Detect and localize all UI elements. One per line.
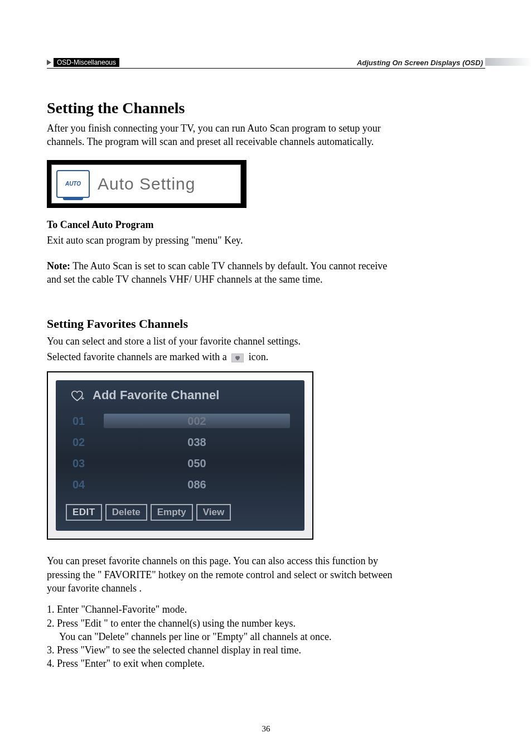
favorite-row-value: 050 <box>187 457 206 470</box>
favorite-row-index: 03 <box>70 457 104 470</box>
section-title-favorites: Setting Favorites Channels <box>47 317 393 331</box>
auto-setting-text: Auto Setting <box>98 175 195 193</box>
steps-list: 1. Enter "Channel-Favorite" mode. 2. Pre… <box>47 603 393 670</box>
view-button[interactable]: View <box>196 504 231 521</box>
cancel-auto-bold: To Cancel Auto Program <box>47 219 154 230</box>
step-1: 1. Enter "Channel-Favorite" mode. <box>47 603 393 616</box>
note-text: The Auto Scan is set to scan cable TV ch… <box>47 260 387 285</box>
page-header: OSD-Miscellaneous Adjusting On Screen Di… <box>47 58 485 69</box>
heart-add-icon: + <box>70 389 86 402</box>
favorite-rows-container: 01002020380305004086 <box>70 410 290 495</box>
favorite-row-value-wrap: 050 <box>104 456 290 471</box>
note-label: Note: <box>47 260 70 272</box>
favorites-intro-1: You can select and store a list of your … <box>47 335 393 348</box>
auto-setting-inner: AUTO Auto Setting <box>51 164 241 203</box>
favorite-buttons-row: EDIT Delete Empty View <box>66 504 290 521</box>
favorite-row-value: 038 <box>187 436 206 449</box>
section1-intro: After you finish connecting your TV, you… <box>47 122 393 149</box>
favorites-intro-2b: icon. <box>249 351 269 362</box>
note-paragraph: Note: The Auto Scan is set to scan cable… <box>47 259 393 287</box>
favorite-row-index: 04 <box>70 478 104 491</box>
favorites-intro-2a: Selected favorite channels are marked wi… <box>47 351 229 362</box>
edit-button[interactable]: EDIT <box>66 504 102 521</box>
favorite-panel-title: Add Favorite Channel <box>93 388 219 403</box>
step-3: 3. Press "View" to see the selected chan… <box>47 643 393 657</box>
heart-icon <box>231 353 244 362</box>
favorite-row[interactable]: 01002 <box>70 410 290 432</box>
favorite-panel-frame: + Add Favorite Channel 01002020380305004… <box>47 371 313 540</box>
after-panel-text: You can preset favorite channels on this… <box>47 554 393 595</box>
favorite-row-index: 01 <box>70 415 104 428</box>
arrow-right-icon <box>47 60 51 65</box>
header-right-label: Adjusting On Screen Displays (OSD) <box>357 59 485 67</box>
step-4: 4. Press "Enter" to exit when complete. <box>47 657 393 670</box>
section-title-channels: Setting the Channels <box>47 99 393 117</box>
favorite-panel: + Add Favorite Channel 01002020380305004… <box>56 380 304 531</box>
auto-small-label: AUTO <box>65 181 81 187</box>
cancel-auto-heading: To Cancel Auto Program <box>47 218 393 231</box>
step-2b: You can "Delete" channels per line or "E… <box>47 630 393 643</box>
delete-button[interactable]: Delete <box>105 504 147 521</box>
breadcrumb: OSD-Miscellaneous <box>54 58 119 67</box>
favorite-row-index: 02 <box>70 436 104 449</box>
favorite-row[interactable]: 03050 <box>70 453 290 474</box>
favorite-row-value-wrap: 038 <box>104 435 290 449</box>
tv-auto-icon: AUTO <box>56 170 90 198</box>
cancel-auto-text: Exit auto scan program by pressing "menu… <box>47 234 393 247</box>
auto-setting-graphic: AUTO Auto Setting <box>47 160 246 208</box>
breadcrumb-left: OSD-Miscellaneous <box>47 58 119 67</box>
favorite-row[interactable]: 04086 <box>70 474 290 495</box>
favorite-row-value: 002 <box>187 415 206 428</box>
page-number: 36 <box>0 724 532 734</box>
svg-text:+: + <box>81 395 84 401</box>
step-2: 2. Press "Edit " to enter the channel(s)… <box>47 617 393 630</box>
favorites-intro-2: Selected favorite channels are marked wi… <box>47 350 393 364</box>
empty-button[interactable]: Empty <box>151 504 193 521</box>
favorite-panel-title-row: + Add Favorite Channel <box>70 388 290 403</box>
favorite-row[interactable]: 02038 <box>70 432 290 453</box>
favorite-row-value: 086 <box>187 478 206 491</box>
favorite-row-value-wrap: 002 <box>104 414 290 428</box>
header-fade-decoration <box>485 58 532 66</box>
favorite-row-value-wrap: 086 <box>104 477 290 492</box>
